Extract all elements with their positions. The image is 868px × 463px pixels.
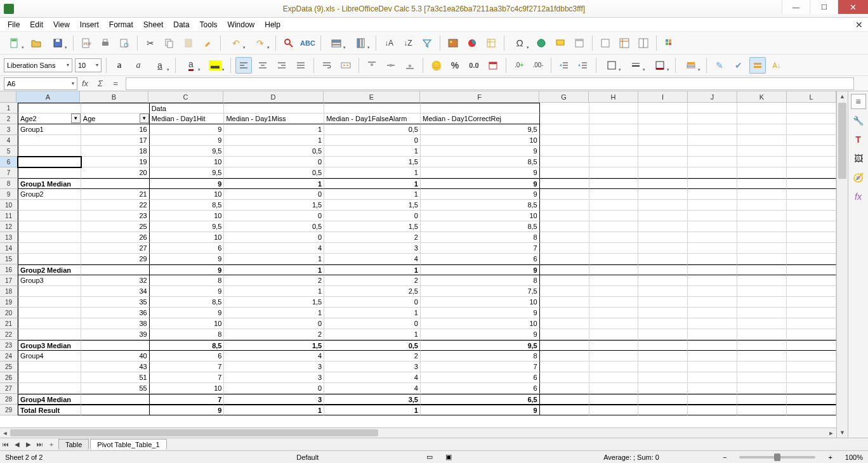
cell-A27[interactable] xyxy=(18,383,81,394)
cell-K11[interactable] xyxy=(737,211,787,221)
cell-D6[interactable]: 0 xyxy=(224,157,324,167)
cell-F19[interactable]: 10 xyxy=(421,297,540,308)
cell-L27[interactable] xyxy=(787,383,836,394)
cell-B14[interactable]: 27 xyxy=(81,243,150,254)
cell-J6[interactable] xyxy=(688,157,737,167)
hscroll-thumb[interactable] xyxy=(10,429,378,436)
print-preview-button[interactable] xyxy=(116,35,133,51)
cell-L21[interactable] xyxy=(787,318,836,329)
cell-H28[interactable] xyxy=(589,394,639,405)
cell-I12[interactable] xyxy=(638,221,688,232)
column-header-A[interactable]: A xyxy=(16,91,80,102)
cell-grid[interactable]: 1Data2▼Age2▼AgeMedian - Day1HitMedian - … xyxy=(0,103,836,427)
cell-F13[interactable]: 8 xyxy=(421,232,540,243)
valign-middle-button[interactable] xyxy=(383,57,399,74)
cell-C16[interactable]: 9 xyxy=(150,264,225,275)
filter-button-A[interactable]: ▼ xyxy=(71,114,81,123)
row-header[interactable]: 29 xyxy=(0,405,18,415)
cell-I17[interactable] xyxy=(638,275,688,286)
cell-D1[interactable] xyxy=(224,103,324,114)
row-header[interactable]: 5 xyxy=(0,146,18,157)
cell-K9[interactable] xyxy=(737,189,787,200)
cell-D17[interactable]: 2 xyxy=(224,275,324,286)
cell-C23[interactable]: 8,5 xyxy=(150,340,225,351)
cell-E15[interactable]: 4 xyxy=(324,254,421,264)
cell-F28[interactable]: 6,5 xyxy=(421,394,540,405)
cell-E28[interactable]: 3,5 xyxy=(324,394,421,405)
cell-J19[interactable] xyxy=(688,297,737,308)
cell-J21[interactable] xyxy=(688,318,737,329)
sum-button[interactable]: Σ xyxy=(93,77,108,90)
cell-K2[interactable] xyxy=(737,114,787,124)
cell-A24[interactable]: Group4 xyxy=(18,351,81,362)
vertical-scrollbar[interactable]: ▲ ▼ xyxy=(836,91,848,438)
freeze-button[interactable] xyxy=(616,35,633,51)
cell-C24[interactable]: 6 xyxy=(150,351,225,362)
cell-K29[interactable] xyxy=(737,405,787,415)
cell-L9[interactable] xyxy=(787,189,836,200)
cell-E21[interactable]: 0 xyxy=(324,318,421,329)
zoom-slider[interactable] xyxy=(739,456,815,459)
cell-B27[interactable]: 55 xyxy=(81,383,150,394)
cell-J2[interactable] xyxy=(688,114,737,124)
cell-H9[interactable] xyxy=(589,189,639,200)
cell-D29[interactable]: 1 xyxy=(224,405,324,415)
cell-B22[interactable]: 39 xyxy=(81,329,150,340)
cell-J1[interactable] xyxy=(688,103,737,114)
cell-H7[interactable] xyxy=(589,167,639,178)
cell-E11[interactable]: 0 xyxy=(324,211,421,221)
cell-D9[interactable]: 0 xyxy=(224,189,324,200)
highlight-color-button[interactable]: ▬ xyxy=(204,57,226,74)
cell-B3[interactable]: 16 xyxy=(81,124,150,135)
cell-J16[interactable] xyxy=(688,264,737,275)
cell-C13[interactable]: 10 xyxy=(150,232,225,243)
cell-F17[interactable]: 8 xyxy=(421,275,540,286)
cell-K7[interactable] xyxy=(737,167,787,178)
wrap-text-button[interactable] xyxy=(319,57,335,74)
cell-H1[interactable] xyxy=(589,103,639,114)
cell-B10[interactable]: 22 xyxy=(81,200,150,211)
cell-F12[interactable]: 8,5 xyxy=(421,221,540,232)
cell-G17[interactable] xyxy=(540,275,589,286)
cell-D12[interactable]: 0,5 xyxy=(224,221,324,232)
currency-button[interactable]: 🪙 xyxy=(428,57,444,74)
cell-A10[interactable] xyxy=(18,200,81,211)
cell-F14[interactable]: 7 xyxy=(421,243,540,254)
cell-K23[interactable] xyxy=(737,340,787,351)
cell-K28[interactable] xyxy=(737,394,787,405)
cell-K3[interactable] xyxy=(737,124,787,135)
cell-K22[interactable] xyxy=(737,329,787,340)
cell-C17[interactable]: 8 xyxy=(150,275,225,286)
save-button[interactable] xyxy=(47,35,69,51)
sidepanel-functions-icon[interactable]: fx xyxy=(851,189,866,204)
cell-G14[interactable] xyxy=(540,243,589,254)
cell-C3[interactable]: 9 xyxy=(150,124,225,135)
cell-D21[interactable]: 0 xyxy=(224,318,324,329)
cell-J11[interactable] xyxy=(688,211,737,221)
format-paintbrush-button[interactable] xyxy=(199,35,216,51)
row-button[interactable] xyxy=(326,35,347,51)
zoom-in-button[interactable]: + xyxy=(828,453,832,461)
cell-C4[interactable]: 9 xyxy=(150,135,225,146)
cell-K18[interactable] xyxy=(737,286,787,297)
cell-J22[interactable] xyxy=(688,329,737,340)
sidepanel-settings-icon[interactable]: 🔧 xyxy=(851,113,866,128)
cell-J13[interactable] xyxy=(688,232,737,243)
sidepanel-properties-icon[interactable]: ≡ xyxy=(851,94,866,109)
cell-C8[interactable]: 9 xyxy=(150,178,225,189)
cell-I5[interactable] xyxy=(638,146,688,157)
row-header[interactable]: 20 xyxy=(0,308,18,318)
status-selection-mode-icon[interactable]: ▣ xyxy=(445,453,452,461)
cell-H4[interactable] xyxy=(589,135,639,146)
formula-input[interactable] xyxy=(126,77,854,90)
print-button[interactable] xyxy=(97,35,114,51)
cell-L20[interactable] xyxy=(787,308,836,318)
cell-C1[interactable]: Data xyxy=(150,103,225,114)
cell-G26[interactable] xyxy=(540,372,589,383)
cell-K27[interactable] xyxy=(737,383,787,394)
split-window-button[interactable] xyxy=(635,35,652,51)
cell-L4[interactable] xyxy=(787,135,836,146)
filter-button[interactable]: ✔ xyxy=(730,57,747,74)
menu-tools[interactable]: Tools xyxy=(195,19,223,30)
cell-I9[interactable] xyxy=(638,189,688,200)
